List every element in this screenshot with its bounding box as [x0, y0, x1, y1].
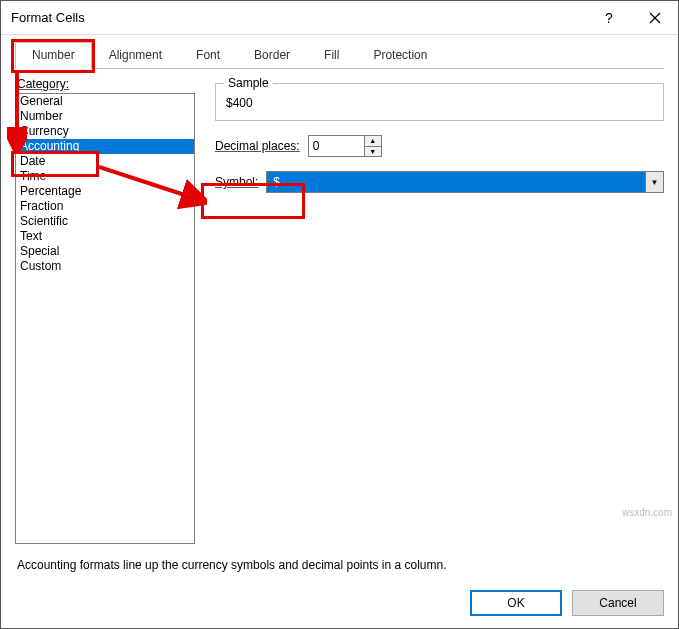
category-item-percentage[interactable]: Percentage [16, 184, 194, 199]
category-item-time[interactable]: Time [16, 169, 194, 184]
sample-label: Sample [224, 76, 273, 90]
decimal-places-value[interactable]: 0 [309, 136, 364, 156]
category-item-custom[interactable]: Custom [16, 259, 194, 274]
tab-strip: NumberAlignmentFontBorderFillProtection [15, 41, 664, 69]
tab-alignment[interactable]: Alignment [92, 42, 179, 69]
symbol-value: $ [267, 172, 645, 192]
chevron-down-icon[interactable]: ▼ [645, 172, 663, 192]
category-item-fraction[interactable]: Fraction [16, 199, 194, 214]
symbol-combobox[interactable]: $ ▼ [266, 171, 664, 193]
watermark: wsxdn.com [622, 507, 672, 518]
tab-border[interactable]: Border [237, 42, 307, 69]
category-item-text[interactable]: Text [16, 229, 194, 244]
category-listbox[interactable]: GeneralNumberCurrencyAccountingDateTimeP… [15, 93, 195, 544]
category-label: Category: [15, 77, 195, 91]
sample-value: $400 [226, 96, 653, 110]
spinner-up-icon[interactable]: ▲ [365, 136, 381, 147]
help-button[interactable]: ? [586, 2, 632, 34]
tab-font[interactable]: Font [179, 42, 237, 69]
tab-protection[interactable]: Protection [356, 42, 444, 69]
close-button[interactable] [632, 2, 678, 34]
close-icon [649, 12, 661, 24]
category-item-currency[interactable]: Currency [16, 124, 194, 139]
symbol-label: Symbol: [215, 175, 258, 189]
symbol-row: Symbol: $ ▼ [215, 171, 664, 193]
format-cells-dialog: Format Cells ? NumberAlignmentFontBorder… [0, 0, 679, 629]
category-item-date[interactable]: Date [16, 154, 194, 169]
category-item-general[interactable]: General [16, 94, 194, 109]
window-title: Format Cells [11, 10, 586, 25]
tab-number[interactable]: Number [15, 42, 92, 69]
ok-button[interactable]: OK [470, 590, 562, 616]
decimal-places-row: Decimal places: 0 ▲ ▼ [215, 135, 664, 157]
tab-fill[interactable]: Fill [307, 42, 356, 69]
format-description: Accounting formats line up the currency … [17, 558, 662, 572]
category-item-accounting[interactable]: Accounting [16, 139, 194, 154]
cancel-button[interactable]: Cancel [572, 590, 664, 616]
category-item-scientific[interactable]: Scientific [16, 214, 194, 229]
sample-group: Sample $400 [215, 83, 664, 121]
category-item-number[interactable]: Number [16, 109, 194, 124]
decimal-places-label: Decimal places: [215, 139, 300, 153]
decimal-places-spinner[interactable]: 0 ▲ ▼ [308, 135, 382, 157]
spinner-down-icon[interactable]: ▼ [365, 147, 381, 157]
category-item-special[interactable]: Special [16, 244, 194, 259]
titlebar: Format Cells ? [1, 1, 678, 35]
